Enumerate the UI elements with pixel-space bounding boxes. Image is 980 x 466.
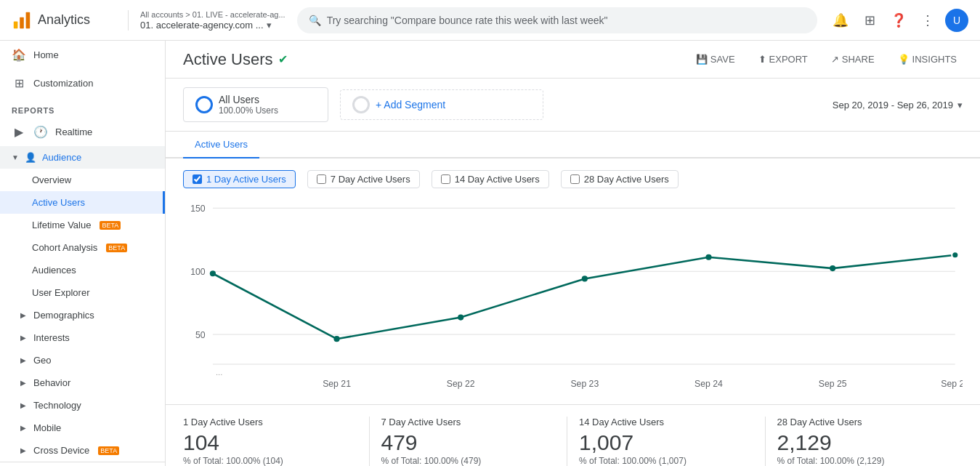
segment-circle-icon [195,96,213,113]
reports-section-label: REPORTS [0,97,165,118]
chart-checkbox-7day[interactable] [317,174,326,184]
account-dropdown-icon[interactable]: ▾ [267,20,272,31]
date-range-text: Sep 20, 2019 - Sep 26, 2019 [833,100,953,111]
topbar: Analytics All accounts > 01. LIVE - acce… [0,0,980,41]
chart-option-28day[interactable]: 28 Day Active Users [561,170,679,188]
export-button[interactable]: ⬆ EXPORT [753,49,814,69]
sidebar-item-customization[interactable]: ⊞ Customization [0,69,165,97]
sidebar-label-audience: Audience [42,152,81,163]
y-label-100: 100 [190,267,206,277]
interests-chevron-icon: ▶ [20,334,26,342]
sidebar-label-geo: Geo [33,355,52,366]
svg-rect-1 [20,17,24,28]
sidebar-item-technology[interactable]: ▶ Technology [0,394,165,417]
sidebar-item-behavior[interactable]: ▶ Behavior [0,371,165,394]
notifications-icon[interactable]: 🔔 [829,9,852,32]
sidebar-item-user-explorer[interactable]: User Explorer [0,281,165,304]
logo: Analytics [12,10,116,31]
sidebar-item-realtime[interactable]: ▶ 🕐 Realtime [0,118,165,146]
sidebar-item-mobile[interactable]: ▶ Mobile [0,417,165,439]
sidebar-item-cohort-analysis[interactable]: Cohort Analysis BETA [0,236,165,259]
chart-point-sep25 [830,265,835,271]
x-label-sep23: Sep 23 [570,379,599,389]
sidebar-item-cross-device[interactable]: ▶ Cross Device BETA [0,439,165,462]
chart-option-7day[interactable]: 7 Day Active Users [307,170,420,188]
x-label-sep21: Sep 21 [323,379,351,389]
sidebar: 🏠 Home ⊞ Customization REPORTS ▶ 🕐 Realt… [0,41,166,466]
sidebar-item-demographics[interactable]: ▶ Demographics [0,304,165,326]
stat-28day-label: 28 Day Active Users [777,417,952,427]
sidebar-item-geo[interactable]: ▶ Geo [0,349,165,371]
sidebar-label-overview: Overview [32,174,71,185]
segment-pct: 100.00% Users [219,105,278,116]
stat-1day-label: 1 Day Active Users [183,417,357,427]
chart-point-sep20 [210,270,216,276]
chart-option-1day-label: 1 Day Active Users [206,174,286,185]
analytics-logo-icon [12,10,32,31]
cohort-analysis-beta-badge: BETA [106,244,127,252]
chart-option-14day-label: 14 Day Active Users [455,174,540,185]
date-range-caret-icon: ▾ [957,100,963,111]
header-actions: 💾 SAVE ⬆ EXPORT ↗ SHARE 💡 INSIGHTS [690,49,963,69]
chart-checkbox-1day[interactable] [193,174,202,184]
chart-point-sep23 [582,276,588,281]
sidebar-item-audiences[interactable]: Audiences [0,259,165,281]
more-options-icon[interactable]: ⋮ [916,9,939,32]
sidebar-label-mobile: Mobile [33,422,61,433]
stat-1day-value: 104 [183,430,357,454]
sidebar-label-behavior: Behavior [33,377,70,388]
x-dots: ... [216,368,222,377]
sidebar-label-technology: Technology [33,400,81,411]
user-avatar[interactable]: U [945,9,968,32]
account-selector[interactable]: All accounts > 01. LIVE - accelerate-ag.… [128,10,286,31]
sidebar-label-audiences: Audiences [32,265,76,276]
svg-rect-2 [26,12,31,28]
chart-controls: 1 Day Active Users 7 Day Active Users 14… [183,170,963,188]
sidebar-item-home[interactable]: 🏠 Home [0,41,165,69]
segment-all-users[interactable]: All Users 100.00% Users [183,87,328,122]
segment-info: All Users 100.00% Users [219,94,278,116]
sidebar-label-customization: Customization [33,78,93,89]
page-title: Active Users [183,50,272,69]
share-button[interactable]: ↗ SHARE [825,49,880,69]
chart-option-7day-label: 7 Day Active Users [331,174,410,185]
stat-14day-pct: % of Total: 100.00% (1,007) [579,456,753,466]
tab-active-users[interactable]: Active Users [183,132,259,158]
main-layout: 🏠 Home ⊞ Customization REPORTS ▶ 🕐 Realt… [0,41,980,466]
sidebar-item-audience[interactable]: ▼ 👤 Audience [0,146,165,169]
x-label-sep25: Sep 25 [819,379,847,389]
mobile-chevron-icon: ▶ [20,424,26,432]
segment-name: All Users [219,94,278,105]
chart-point-sep26 [952,252,958,258]
chart-checkbox-28day[interactable] [570,174,580,184]
sidebar-label-cross-device: Cross Device [33,445,89,456]
sidebar-label-demographics: Demographics [33,310,94,321]
chart-option-14day[interactable]: 14 Day Active Users [432,170,549,188]
save-button[interactable]: 💾 SAVE [690,49,741,69]
sidebar-item-interests[interactable]: ▶ Interests [0,326,165,349]
sidebar-item-overview[interactable]: Overview [0,169,165,191]
stat-7day-label: 7 Day Active Users [381,417,556,427]
chart-checkbox-14day[interactable] [441,174,450,184]
sidebar-label-lifetime-value: Lifetime Value [32,220,91,230]
add-segment-circle-icon [352,96,370,113]
technology-chevron-icon: ▶ [20,401,26,409]
date-range-picker[interactable]: Sep 20, 2019 - Sep 26, 2019 ▾ [833,100,963,111]
chart-line-1day [213,255,955,339]
sidebar-label-active-users: Active Users [32,197,85,208]
apps-icon[interactable]: ⊞ [858,9,881,32]
chart-option-1day[interactable]: 1 Day Active Users [183,170,296,188]
search-bar[interactable]: 🔍 Try searching "Compare bounce rate thi… [297,7,817,33]
stat-1day-pct: % of Total: 100.00% (104) [183,456,357,466]
sidebar-item-lifetime-value[interactable]: Lifetime Value BETA [0,214,165,236]
sidebar-item-active-users[interactable]: Active Users [0,191,165,214]
sidebar-label-home: Home [33,49,59,60]
sidebar-item-settings[interactable]: ⚙ Settings [0,462,165,466]
insights-icon: 💡 [898,54,910,65]
help-icon[interactable]: ❓ [887,9,910,32]
stat-28day-value: 2,129 [777,430,952,454]
cross-device-chevron-icon: ▶ [20,446,26,454]
add-segment-button[interactable]: + Add Segment [340,89,543,120]
insights-button[interactable]: 💡 INSIGHTS [892,49,963,69]
chart-svg: 150 100 50 [183,197,963,390]
